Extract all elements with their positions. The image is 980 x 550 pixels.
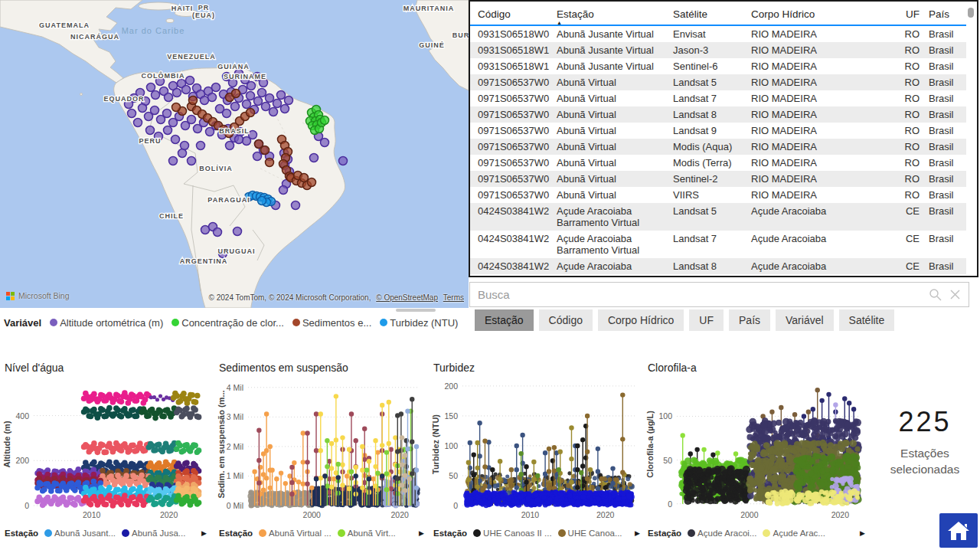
map-point-altitude[interactable] — [253, 152, 262, 161]
table-row[interactable]: 0971S06537W0Abunã VirtualVIIRSRIO MADEIR… — [470, 187, 966, 203]
filter-chip-estação[interactable]: Estação — [475, 309, 534, 331]
map-point-sedimentos[interactable] — [247, 109, 255, 117]
map-point-sedimentos[interactable] — [232, 90, 240, 98]
map-point-turbidez[interactable] — [258, 197, 266, 205]
table-scrollbar[interactable] — [968, 8, 974, 18]
search-input[interactable] — [470, 288, 929, 301]
table-row[interactable]: 0971S06537W0Abunã VirtualSentinel-2RIO M… — [470, 171, 966, 187]
map-legend-item[interactable]: Sedimentos e... — [292, 317, 371, 329]
map-point-altitude[interactable] — [273, 100, 282, 108]
map-point-altitude[interactable] — [339, 157, 348, 165]
legend-next-arrow-icon[interactable]: ▶ — [860, 529, 865, 537]
map-point-altitude[interactable] — [249, 131, 257, 139]
map-point-altitude[interactable] — [165, 93, 173, 102]
table-row[interactable]: 0931S06518W1Abunã Jusante VirtualSentine… — [470, 58, 966, 74]
filter-chip-uf[interactable]: UF — [689, 309, 724, 331]
map-point-altitude[interactable] — [172, 136, 180, 144]
map-point-altitude[interactable] — [173, 89, 181, 97]
table-row[interactable]: 0971S06537W0Abunã VirtualModis (Aqua)RIO… — [470, 139, 966, 155]
chart-legend-item[interactable]: Açude Arac... — [763, 529, 825, 538]
legend-next-arrow-icon[interactable]: ▶ — [635, 529, 640, 537]
map-point-altitude[interactable] — [212, 83, 220, 92]
map-point-altitude[interactable] — [151, 106, 159, 115]
map-legend-item[interactable]: Turbidez (NTU) — [380, 317, 458, 329]
table-row[interactable]: 0931S06518W1Abunã Jusante VirtualJason-3… — [470, 42, 966, 58]
legend-next-arrow-icon[interactable]: ▶ — [201, 529, 207, 537]
map-point-altitude[interactable] — [281, 105, 289, 113]
map-point-sedimentos[interactable] — [172, 103, 181, 112]
map-point-altitude[interactable] — [152, 91, 160, 100]
table-row[interactable]: 0971S06537W0Abunã VirtualLandsat 8RIO MA… — [470, 106, 966, 123]
chart-legend-item[interactable]: UHE Canoa... — [558, 529, 622, 538]
map-point-altitude[interactable] — [169, 157, 178, 165]
map-point-sedimentos[interactable] — [308, 178, 316, 187]
map-point-altitude[interactable] — [188, 157, 196, 165]
map-point-altitude[interactable] — [277, 91, 286, 100]
map-panel[interactable]: Mar do CaribeHAITIPR(EUA)GUATEMALANICARÁ… — [0, 0, 469, 308]
map-point-altitude[interactable] — [164, 126, 172, 135]
legend-scrollbar[interactable] — [396, 309, 436, 312]
chart-canvas[interactable]: 020040020102020Altitude (m) — [2, 377, 208, 521]
map-point-altitude[interactable] — [279, 186, 288, 195]
map-point-altitude[interactable] — [223, 110, 231, 118]
chart-legend-item[interactable]: Abunã Jusant... — [44, 529, 116, 538]
clear-search-icon[interactable] — [949, 289, 961, 300]
map-point-sedimentos[interactable] — [300, 174, 309, 182]
map-point-clorofila[interactable] — [321, 116, 329, 125]
column-header[interactable]: País — [921, 2, 966, 25]
map-point-altitude[interactable] — [197, 142, 205, 150]
map-point-altitude[interactable] — [247, 82, 256, 90]
map-point-altitude[interactable] — [147, 83, 155, 92]
map-point-altitude[interactable] — [163, 110, 172, 118]
map-point-altitude[interactable] — [134, 119, 142, 127]
map-point-altitude[interactable] — [247, 92, 255, 100]
table-row[interactable]: 0971S06537W0Abunã VirtualLandsat 7RIO MA… — [470, 90, 966, 106]
filter-chip-variável[interactable]: Variável — [776, 309, 834, 331]
table-row[interactable]: 0424S03841W2Açude Aracoiaba Barramento V… — [470, 203, 966, 231]
map-point-altitude[interactable] — [188, 116, 196, 124]
filter-chip-código[interactable]: Código — [539, 309, 593, 331]
bing-map[interactable]: Mar do CaribeHAITIPR(EUA)GUATEMALANICARÁ… — [0, 0, 469, 308]
map-point-sedimentos[interactable] — [266, 159, 274, 167]
map-point-altitude[interactable] — [254, 97, 263, 106]
map-point-altitude[interactable] — [214, 228, 222, 237]
map-point-altitude[interactable] — [292, 201, 300, 210]
map-point-altitude[interactable] — [285, 97, 293, 105]
map-point-altitude[interactable] — [231, 103, 240, 111]
map-point-altitude[interactable] — [310, 154, 318, 162]
map-point-altitude[interactable] — [139, 104, 147, 113]
chart-legend-item[interactable]: Abunã Jusa... — [122, 529, 185, 538]
map-point-altitude[interactable] — [208, 93, 217, 102]
map-point-altitude[interactable] — [186, 77, 194, 85]
map-legend-item[interactable]: Altitude ortométrica (m) — [50, 317, 163, 329]
column-header[interactable]: Estação▲ — [549, 2, 665, 25]
terms-link[interactable]: Terms — [443, 293, 464, 302]
chart-legend-item[interactable]: Açude Aracoi... — [688, 529, 756, 538]
filter-chip-país[interactable]: País — [729, 309, 770, 331]
table-row[interactable]: 0424S03841W2Açude AracoiabaLandsat 8Açud… — [470, 258, 966, 274]
legend-next-arrow-icon[interactable]: ▶ — [419, 529, 424, 537]
column-header[interactable]: UF — [893, 2, 921, 25]
map-point-altitude[interactable] — [270, 108, 278, 116]
table-row[interactable]: 0971S06537W0Abunã VirtualModis (Terra)RI… — [470, 155, 966, 171]
column-header[interactable]: Satélite — [665, 2, 743, 25]
map-point-altitude[interactable] — [235, 136, 243, 144]
chart-canvas[interactable]: 05010015020020102020Turbidez (NTU) — [430, 377, 642, 521]
column-header[interactable]: Corpo Hídrico — [743, 2, 893, 25]
search-icon[interactable] — [929, 288, 942, 301]
chart-legend-item[interactable]: Abunã Virt... — [338, 529, 396, 538]
map-point-sedimentos[interactable] — [261, 146, 270, 155]
chart-legend-item[interactable]: Abunã Virtual ... — [259, 529, 332, 538]
table-row[interactable]: 0971S06537W0Abunã VirtualLandsat 5RIO MA… — [470, 74, 966, 90]
map-point-altitude[interactable] — [226, 142, 234, 150]
map-legend-item[interactable]: Concentração de clor... — [172, 317, 284, 329]
table-row[interactable]: 0424S03841W2Açude Aracoiaba Barramento V… — [470, 231, 966, 258]
map-point-altitude[interactable] — [266, 94, 274, 103]
map-point-altitude[interactable] — [234, 228, 242, 236]
table-row[interactable]: 0931S06518W0Abunã Jusante VirtualEnvisat… — [470, 25, 966, 42]
map-point-altitude[interactable] — [243, 100, 251, 109]
map-point-altitude[interactable] — [146, 126, 155, 135]
chart-canvas[interactable]: 05010020002020Clorofila-a (µg/L) — [645, 377, 867, 521]
column-header[interactable]: Código — [470, 2, 549, 25]
chart-legend-item[interactable]: UHE Canoas II ... — [473, 529, 551, 538]
